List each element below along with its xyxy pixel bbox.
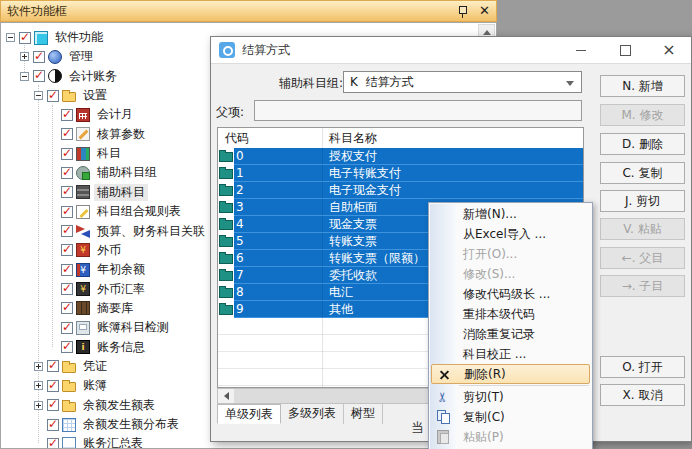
tab-1[interactable]: 单级列表	[217, 404, 281, 424]
parent-input[interactable]	[254, 100, 582, 121]
tree-item-14[interactable]: 摘要库	[61, 299, 136, 318]
menu-cut[interactable]: ✂剪切(T)	[429, 387, 592, 407]
new-button[interactable]: N. 新增	[600, 75, 685, 97]
checkbox-checked-icon[interactable]	[47, 438, 59, 449]
tree-item-11[interactable]: 外币	[61, 241, 124, 260]
paste-button[interactable]: V. 粘贴	[600, 218, 685, 240]
tree-item-4[interactable]: 会计月	[61, 105, 136, 124]
tree-item-5[interactable]: 核算参数	[61, 125, 148, 144]
menu-import-excel[interactable]: 从Excel导入 ...	[429, 224, 592, 244]
checkbox-checked-icon[interactable]	[61, 167, 73, 179]
tree-item-16[interactable]: 账务信息	[61, 338, 148, 357]
checkbox-checked-icon[interactable]	[47, 90, 59, 102]
table-row[interactable]: 1电子转账支付	[218, 165, 583, 182]
tree-item-15[interactable]: 账簿科目检测	[61, 318, 172, 337]
close-button[interactable]: ×	[647, 37, 691, 63]
copy-button[interactable]: C. 复制	[600, 162, 685, 184]
parent-level-button[interactable]: ←. 父目	[600, 247, 685, 269]
checkbox-checked-icon[interactable]	[47, 419, 59, 431]
menu-copy[interactable]: 复制(C)	[429, 407, 592, 427]
menu-modify[interactable]: 修改(S)...	[429, 264, 592, 284]
tree-item-21[interactable]: 账务汇总表	[47, 434, 146, 449]
checkbox-checked-icon[interactable]	[61, 264, 73, 276]
menu-open[interactable]: 打开(O)...	[429, 244, 592, 264]
checkbox-checked-icon[interactable]	[61, 244, 73, 256]
checkbox-checked-icon[interactable]	[47, 380, 59, 392]
folder-glyph	[219, 237, 233, 247]
checkbox-checked-icon[interactable]	[61, 283, 73, 295]
checkbox-checked-icon[interactable]	[47, 360, 59, 372]
menu-paste[interactable]: 粘贴(P)	[429, 427, 592, 447]
menu-item-label: 新增(N)...	[463, 206, 517, 223]
checkbox-checked-icon[interactable]	[61, 225, 73, 237]
folder-icon	[218, 301, 234, 318]
checkbox-checked-icon[interactable]	[61, 322, 73, 334]
close-icon[interactable]: ✕	[479, 5, 490, 17]
menu-delete[interactable]: 删除(R)	[431, 364, 590, 384]
checkbox-checked-icon[interactable]	[19, 32, 31, 44]
up-arrow-icon	[483, 30, 491, 35]
open-button[interactable]: O. 打开	[600, 356, 685, 378]
tree-item-1[interactable]: 管理	[20, 47, 96, 66]
table-row[interactable]: 0授权支付	[218, 148, 583, 165]
checkbox-checked-icon[interactable]	[33, 51, 45, 63]
cancel-button[interactable]: X. 取消	[600, 384, 685, 406]
menu-new[interactable]: 新增(N)...	[429, 204, 592, 224]
folder-glyph	[219, 152, 233, 162]
tree-item-2[interactable]: 会计账务	[20, 67, 120, 86]
modify-button[interactable]: M. 修改	[600, 104, 685, 126]
panel-header: 软件功能框 ✕	[0, 0, 497, 22]
aux-group-select[interactable]: K 结算方式	[343, 71, 582, 93]
menu-remove-duplicates[interactable]: 消除重复记录	[429, 324, 592, 344]
checkbox-checked-icon[interactable]	[61, 128, 73, 140]
minus-expander-icon[interactable]	[6, 33, 15, 42]
tab-2[interactable]: 多级列表	[281, 404, 344, 424]
checkbox-checked-icon[interactable]	[47, 399, 59, 411]
tree-item-7[interactable]: 辅助科目组	[61, 163, 160, 182]
tree-item-12[interactable]: 年初余额	[61, 260, 148, 279]
checkbox-checked-icon[interactable]	[61, 109, 73, 121]
tree-item-8[interactable]: 辅助科目	[61, 183, 148, 202]
tree-item-9[interactable]: 科目组合规则表	[61, 202, 184, 221]
checkbox-checked-icon[interactable]	[61, 302, 73, 314]
minus-expander-icon[interactable]	[34, 91, 43, 100]
plus-expander-icon[interactable]	[20, 52, 29, 61]
library-icon	[76, 301, 90, 315]
pin-icon[interactable]	[458, 5, 467, 18]
tree-item-13[interactable]: 外币汇率	[61, 280, 148, 299]
tree-item-label: 核算参数	[94, 126, 148, 143]
tree-item-6[interactable]: 科目	[61, 144, 124, 163]
tree-item-0[interactable]: 软件功能	[6, 28, 106, 47]
copy-icon	[435, 409, 451, 425]
child-level-button[interactable]: →. 子目	[600, 275, 685, 297]
cut-button[interactable]: J. 剪切	[600, 190, 685, 212]
tree-item-3[interactable]: 设置	[34, 86, 110, 105]
plus-expander-icon[interactable]	[34, 362, 43, 371]
tab-3[interactable]: 树型	[344, 404, 383, 424]
menu-modify-code-length[interactable]: 修改代码级长 ...	[429, 284, 592, 304]
checkbox-checked-icon[interactable]	[61, 341, 73, 353]
maximize-button[interactable]	[603, 37, 647, 63]
aux-group-value: K 结算方式	[350, 74, 414, 91]
delete-button[interactable]: D. 删除	[600, 133, 685, 155]
dialog-titlebar[interactable]: 结算方式 ×	[211, 37, 691, 64]
plus-expander-icon[interactable]	[34, 381, 43, 390]
row-name: 授权支付	[329, 148, 377, 165]
tree-item-label: 外币汇率	[94, 281, 148, 298]
checkbox-checked-icon[interactable]	[61, 206, 73, 218]
plus-expander-icon[interactable]	[34, 401, 43, 410]
checkbox-checked-icon[interactable]	[33, 70, 45, 82]
menu-subject-correction[interactable]: 科目校正 ...	[429, 344, 592, 364]
tree-item-10[interactable]: 预算、财务科目关联	[61, 222, 208, 241]
checkbox-checked-icon[interactable]	[61, 148, 73, 160]
tree-item-19[interactable]: 余额发生额表	[34, 396, 158, 415]
tree-item-17[interactable]: 凭证	[34, 357, 110, 376]
tree-item-20[interactable]: 余额发生额分布表	[47, 415, 182, 434]
minus-expander-icon[interactable]	[20, 72, 29, 81]
tree-item-18[interactable]: 账簿	[34, 376, 110, 395]
scroll-left-button[interactable]	[218, 389, 234, 403]
minimize-button[interactable]	[559, 37, 603, 63]
menu-reorder-codes[interactable]: 重排本级代码	[429, 304, 592, 324]
table-row[interactable]: 2电子现金支付	[218, 182, 583, 199]
checkbox-checked-icon[interactable]	[61, 186, 73, 198]
